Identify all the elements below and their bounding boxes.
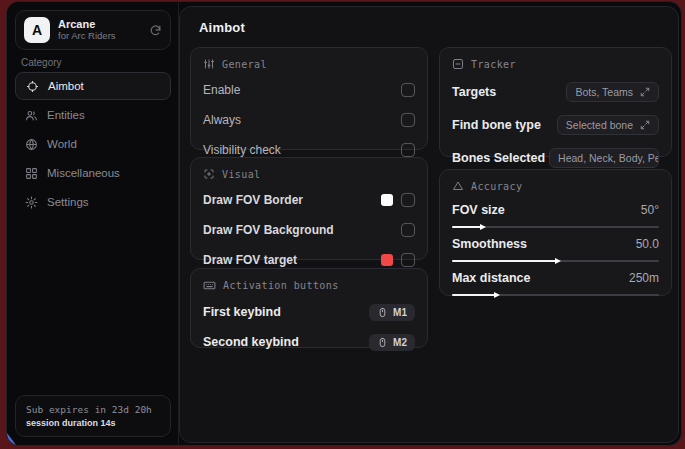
fov-size-value: 50°	[641, 203, 659, 217]
app-title-block: Arcane for Arc Riders	[58, 18, 141, 42]
app-logo-card: A Arcane for Arc Riders	[15, 10, 171, 50]
find-bone-type-dropdown[interactable]: Selected bone	[557, 115, 659, 135]
focus-icon	[203, 168, 215, 180]
dropdown-value: Bots, Teams	[575, 86, 633, 98]
bones-selected-dropdown[interactable]: Head, Neck, Body, Pe...	[549, 148, 659, 168]
visibility-check-checkbox[interactable]	[401, 143, 415, 157]
visual-card-title: Visual	[222, 169, 261, 180]
slider-thumb[interactable]	[494, 292, 500, 298]
sliders-icon	[203, 58, 215, 70]
slider-group-smoothness: Smoothness 50.0	[452, 235, 659, 262]
session-duration-text: session duration 14s	[26, 418, 160, 428]
expand-icon	[640, 87, 650, 97]
sidebar-item-aimbot[interactable]: Aimbot	[15, 72, 171, 100]
mouse-icon	[377, 307, 388, 318]
main-panel: Aimbot General Enable Always	[179, 6, 679, 443]
sidebar-item-label: Aimbot	[48, 80, 84, 92]
app-subtitle: for Arc Riders	[58, 31, 141, 42]
triangle-icon	[452, 180, 464, 192]
first-keybind-button[interactable]: M1	[369, 304, 415, 321]
sidebar-item-miscellaneous[interactable]: Miscellaneous	[15, 159, 171, 187]
activation-card-title: Activation buttons	[223, 280, 339, 291]
keybind-value: M1	[393, 307, 407, 318]
setting-label: Always	[203, 113, 241, 127]
entities-icon	[25, 109, 38, 122]
cursor-icon	[7, 433, 16, 445]
slider-group-fov-size: FOV size 50°	[452, 201, 659, 228]
setting-label: First keybind	[203, 305, 281, 319]
visual-card: Visual Draw FOV Border Draw FOV Backgrou…	[190, 157, 428, 260]
setting-label: Smoothness	[452, 237, 527, 251]
tracker-card: Tracker Targets Bots, Teams Find bone ty…	[439, 47, 672, 157]
slider-thumb[interactable]	[555, 258, 561, 264]
accuracy-card: Accuracy FOV size 50° Smoothness 50.0	[439, 169, 672, 296]
setting-label: Find bone type	[452, 118, 541, 132]
setting-label: Draw FOV Background	[203, 223, 334, 237]
keybind-value: M2	[393, 337, 407, 348]
globe-icon	[25, 138, 38, 151]
setting-row-draw-fov-border: Draw FOV Border	[203, 189, 415, 211]
tracker-card-header: Tracker	[452, 58, 659, 70]
dropdown-value: Head, Neck, Body, Pe...	[558, 152, 659, 164]
sidebar-item-entities[interactable]: Entities	[15, 101, 171, 129]
setting-row-first-keybind: First keybind M1	[203, 301, 415, 323]
slider-fill	[452, 294, 495, 296]
smoothness-value: 50.0	[636, 237, 659, 251]
setting-label: Max distance	[452, 271, 531, 285]
sidebar-item-label: World	[47, 138, 77, 150]
app-name: Arcane	[58, 18, 141, 31]
draw-fov-target-checkbox[interactable]	[401, 253, 415, 267]
slider-thumb[interactable]	[480, 224, 486, 230]
max-distance-value: 250m	[629, 271, 659, 285]
sidebar-item-label: Miscellaneous	[47, 167, 120, 179]
tracker-card-title: Tracker	[471, 59, 516, 70]
general-card: General Enable Always Visibility check	[190, 47, 428, 150]
max-distance-slider[interactable]	[452, 294, 659, 296]
grid-icon	[25, 167, 38, 180]
sidebar-item-settings[interactable]: Settings	[15, 188, 171, 216]
draw-fov-background-checkbox[interactable]	[401, 223, 415, 237]
category-label: Category	[21, 57, 62, 68]
expand-icon	[640, 120, 650, 130]
mouse-icon	[377, 337, 388, 348]
app-window: A Arcane for Arc Riders Category Aimbot	[6, 1, 682, 446]
enable-checkbox[interactable]	[401, 83, 415, 97]
setting-row-bones-selected: Bones Selected Head, Neck, Body, Pe...	[452, 145, 659, 170]
page-title: Aimbot	[199, 20, 245, 35]
setting-row-always: Always	[203, 109, 415, 131]
keyboard-icon	[203, 279, 216, 292]
activation-card-header: Activation buttons	[203, 279, 415, 292]
second-keybind-button[interactable]: M2	[369, 334, 415, 351]
setting-row-second-keybind: Second keybind M2	[203, 331, 415, 353]
setting-label: Second keybind	[203, 335, 299, 349]
sidebar-item-world[interactable]: World	[15, 130, 171, 158]
dropdown-value: Selected bone	[566, 119, 633, 131]
fov-target-color-swatch[interactable]	[381, 254, 393, 266]
accuracy-card-header: Accuracy	[452, 180, 659, 192]
setting-label: FOV size	[452, 203, 505, 217]
general-card-title: General	[222, 59, 267, 70]
setting-row-enable: Enable	[203, 79, 415, 101]
sidebar-item-label: Settings	[47, 196, 89, 208]
targets-dropdown[interactable]: Bots, Teams	[566, 82, 659, 102]
refresh-icon[interactable]	[149, 24, 162, 37]
setting-label: Draw FOV Border	[203, 193, 303, 207]
draw-fov-border-checkbox[interactable]	[401, 193, 415, 207]
fov-size-slider[interactable]	[452, 226, 659, 228]
general-card-header: General	[203, 58, 415, 70]
activation-buttons-card: Activation buttons First keybind M1 Seco…	[190, 268, 428, 348]
slider-fill	[452, 260, 556, 262]
setting-row-find-bone-type: Find bone type Selected bone	[452, 112, 659, 137]
sidebar: A Arcane for Arc Riders Category Aimbot	[7, 2, 179, 445]
crosshair-icon	[26, 80, 39, 93]
gear-icon	[25, 196, 38, 209]
smoothness-slider[interactable]	[452, 260, 659, 262]
app-logo: A	[24, 17, 50, 43]
setting-label: Visibility check	[203, 143, 281, 157]
setting-label: Enable	[203, 83, 240, 97]
visual-card-header: Visual	[203, 168, 415, 180]
sub-expires-text: Sub expires in 23d 20h	[26, 404, 160, 415]
fov-border-color-swatch[interactable]	[381, 194, 393, 206]
slider-fill	[452, 226, 481, 228]
always-checkbox[interactable]	[401, 113, 415, 127]
